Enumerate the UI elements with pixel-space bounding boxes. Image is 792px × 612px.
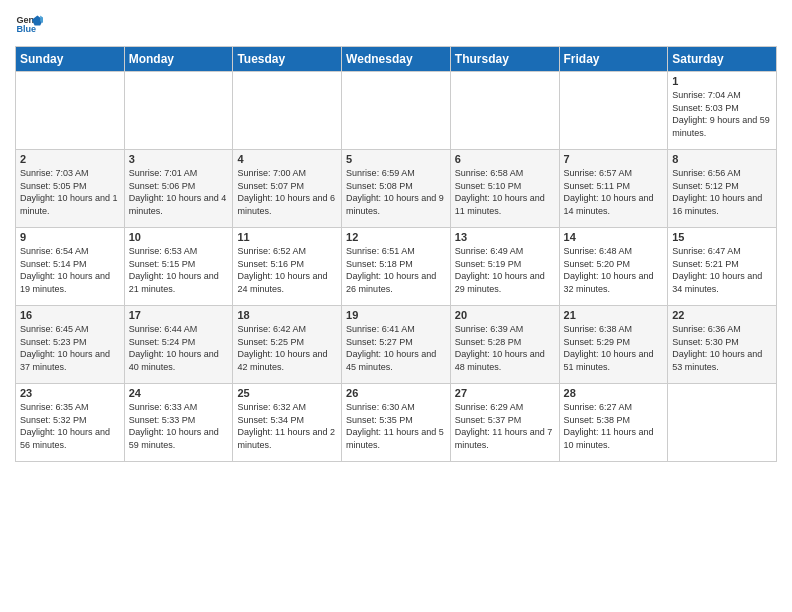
day-info: Sunrise: 6:52 AM Sunset: 5:16 PM Dayligh… bbox=[237, 245, 337, 295]
day-number: 12 bbox=[346, 231, 446, 243]
day-cell: 14Sunrise: 6:48 AM Sunset: 5:20 PM Dayli… bbox=[559, 228, 668, 306]
day-cell: 10Sunrise: 6:53 AM Sunset: 5:15 PM Dayli… bbox=[124, 228, 233, 306]
day-cell: 7Sunrise: 6:57 AM Sunset: 5:11 PM Daylig… bbox=[559, 150, 668, 228]
header-cell-monday: Monday bbox=[124, 47, 233, 72]
day-number: 10 bbox=[129, 231, 229, 243]
day-cell bbox=[233, 72, 342, 150]
day-number: 16 bbox=[20, 309, 120, 321]
day-number: 15 bbox=[672, 231, 772, 243]
calendar-header: SundayMondayTuesdayWednesdayThursdayFrid… bbox=[16, 47, 777, 72]
calendar-table: SundayMondayTuesdayWednesdayThursdayFrid… bbox=[15, 46, 777, 462]
day-info: Sunrise: 6:48 AM Sunset: 5:20 PM Dayligh… bbox=[564, 245, 664, 295]
day-cell: 23Sunrise: 6:35 AM Sunset: 5:32 PM Dayli… bbox=[16, 384, 125, 462]
day-cell: 1Sunrise: 7:04 AM Sunset: 5:03 PM Daylig… bbox=[668, 72, 777, 150]
week-row-1: 1Sunrise: 7:04 AM Sunset: 5:03 PM Daylig… bbox=[16, 72, 777, 150]
day-number: 20 bbox=[455, 309, 555, 321]
day-info: Sunrise: 6:36 AM Sunset: 5:30 PM Dayligh… bbox=[672, 323, 772, 373]
day-cell: 16Sunrise: 6:45 AM Sunset: 5:23 PM Dayli… bbox=[16, 306, 125, 384]
day-number: 11 bbox=[237, 231, 337, 243]
header-cell-sunday: Sunday bbox=[16, 47, 125, 72]
day-number: 21 bbox=[564, 309, 664, 321]
day-number: 25 bbox=[237, 387, 337, 399]
day-number: 28 bbox=[564, 387, 664, 399]
day-number: 2 bbox=[20, 153, 120, 165]
main-container: General Blue SundayMondayTuesdayWednesda… bbox=[0, 0, 792, 472]
day-cell: 26Sunrise: 6:30 AM Sunset: 5:35 PM Dayli… bbox=[342, 384, 451, 462]
header-cell-saturday: Saturday bbox=[668, 47, 777, 72]
day-cell: 27Sunrise: 6:29 AM Sunset: 5:37 PM Dayli… bbox=[450, 384, 559, 462]
day-info: Sunrise: 6:39 AM Sunset: 5:28 PM Dayligh… bbox=[455, 323, 555, 373]
day-cell: 24Sunrise: 6:33 AM Sunset: 5:33 PM Dayli… bbox=[124, 384, 233, 462]
week-row-2: 2Sunrise: 7:03 AM Sunset: 5:05 PM Daylig… bbox=[16, 150, 777, 228]
day-number: 14 bbox=[564, 231, 664, 243]
logo-icon: General Blue bbox=[15, 10, 43, 38]
day-info: Sunrise: 6:42 AM Sunset: 5:25 PM Dayligh… bbox=[237, 323, 337, 373]
week-row-3: 9Sunrise: 6:54 AM Sunset: 5:14 PM Daylig… bbox=[16, 228, 777, 306]
day-number: 6 bbox=[455, 153, 555, 165]
day-info: Sunrise: 6:56 AM Sunset: 5:12 PM Dayligh… bbox=[672, 167, 772, 217]
day-info: Sunrise: 6:44 AM Sunset: 5:24 PM Dayligh… bbox=[129, 323, 229, 373]
header-cell-thursday: Thursday bbox=[450, 47, 559, 72]
day-cell: 19Sunrise: 6:41 AM Sunset: 5:27 PM Dayli… bbox=[342, 306, 451, 384]
day-number: 3 bbox=[129, 153, 229, 165]
day-cell: 13Sunrise: 6:49 AM Sunset: 5:19 PM Dayli… bbox=[450, 228, 559, 306]
day-cell bbox=[124, 72, 233, 150]
day-cell: 8Sunrise: 6:56 AM Sunset: 5:12 PM Daylig… bbox=[668, 150, 777, 228]
day-number: 19 bbox=[346, 309, 446, 321]
week-row-4: 16Sunrise: 6:45 AM Sunset: 5:23 PM Dayli… bbox=[16, 306, 777, 384]
day-cell: 2Sunrise: 7:03 AM Sunset: 5:05 PM Daylig… bbox=[16, 150, 125, 228]
day-number: 23 bbox=[20, 387, 120, 399]
day-info: Sunrise: 6:38 AM Sunset: 5:29 PM Dayligh… bbox=[564, 323, 664, 373]
header-cell-friday: Friday bbox=[559, 47, 668, 72]
week-row-5: 23Sunrise: 6:35 AM Sunset: 5:32 PM Dayli… bbox=[16, 384, 777, 462]
day-info: Sunrise: 6:45 AM Sunset: 5:23 PM Dayligh… bbox=[20, 323, 120, 373]
day-number: 26 bbox=[346, 387, 446, 399]
day-number: 18 bbox=[237, 309, 337, 321]
day-number: 22 bbox=[672, 309, 772, 321]
day-cell bbox=[450, 72, 559, 150]
day-info: Sunrise: 6:47 AM Sunset: 5:21 PM Dayligh… bbox=[672, 245, 772, 295]
day-cell: 18Sunrise: 6:42 AM Sunset: 5:25 PM Dayli… bbox=[233, 306, 342, 384]
day-cell bbox=[16, 72, 125, 150]
logo: General Blue bbox=[15, 10, 47, 38]
svg-text:Blue: Blue bbox=[16, 24, 36, 34]
day-info: Sunrise: 6:51 AM Sunset: 5:18 PM Dayligh… bbox=[346, 245, 446, 295]
day-number: 9 bbox=[20, 231, 120, 243]
day-info: Sunrise: 6:35 AM Sunset: 5:32 PM Dayligh… bbox=[20, 401, 120, 451]
day-cell: 11Sunrise: 6:52 AM Sunset: 5:16 PM Dayli… bbox=[233, 228, 342, 306]
day-number: 8 bbox=[672, 153, 772, 165]
day-info: Sunrise: 6:53 AM Sunset: 5:15 PM Dayligh… bbox=[129, 245, 229, 295]
day-cell: 22Sunrise: 6:36 AM Sunset: 5:30 PM Dayli… bbox=[668, 306, 777, 384]
day-cell: 6Sunrise: 6:58 AM Sunset: 5:10 PM Daylig… bbox=[450, 150, 559, 228]
day-info: Sunrise: 6:29 AM Sunset: 5:37 PM Dayligh… bbox=[455, 401, 555, 451]
calendar-body: 1Sunrise: 7:04 AM Sunset: 5:03 PM Daylig… bbox=[16, 72, 777, 462]
day-number: 13 bbox=[455, 231, 555, 243]
header-row-days: SundayMondayTuesdayWednesdayThursdayFrid… bbox=[16, 47, 777, 72]
day-cell: 15Sunrise: 6:47 AM Sunset: 5:21 PM Dayli… bbox=[668, 228, 777, 306]
day-number: 4 bbox=[237, 153, 337, 165]
day-info: Sunrise: 7:03 AM Sunset: 5:05 PM Dayligh… bbox=[20, 167, 120, 217]
day-info: Sunrise: 7:00 AM Sunset: 5:07 PM Dayligh… bbox=[237, 167, 337, 217]
day-cell: 28Sunrise: 6:27 AM Sunset: 5:38 PM Dayli… bbox=[559, 384, 668, 462]
day-info: Sunrise: 6:33 AM Sunset: 5:33 PM Dayligh… bbox=[129, 401, 229, 451]
header-cell-wednesday: Wednesday bbox=[342, 47, 451, 72]
day-cell: 17Sunrise: 6:44 AM Sunset: 5:24 PM Dayli… bbox=[124, 306, 233, 384]
day-info: Sunrise: 6:57 AM Sunset: 5:11 PM Dayligh… bbox=[564, 167, 664, 217]
day-info: Sunrise: 6:41 AM Sunset: 5:27 PM Dayligh… bbox=[346, 323, 446, 373]
day-number: 5 bbox=[346, 153, 446, 165]
day-info: Sunrise: 6:59 AM Sunset: 5:08 PM Dayligh… bbox=[346, 167, 446, 217]
day-cell: 9Sunrise: 6:54 AM Sunset: 5:14 PM Daylig… bbox=[16, 228, 125, 306]
day-number: 7 bbox=[564, 153, 664, 165]
day-cell: 5Sunrise: 6:59 AM Sunset: 5:08 PM Daylig… bbox=[342, 150, 451, 228]
day-number: 1 bbox=[672, 75, 772, 87]
day-cell: 20Sunrise: 6:39 AM Sunset: 5:28 PM Dayli… bbox=[450, 306, 559, 384]
day-number: 24 bbox=[129, 387, 229, 399]
day-info: Sunrise: 6:58 AM Sunset: 5:10 PM Dayligh… bbox=[455, 167, 555, 217]
day-number: 27 bbox=[455, 387, 555, 399]
day-cell: 21Sunrise: 6:38 AM Sunset: 5:29 PM Dayli… bbox=[559, 306, 668, 384]
day-number: 17 bbox=[129, 309, 229, 321]
day-info: Sunrise: 6:54 AM Sunset: 5:14 PM Dayligh… bbox=[20, 245, 120, 295]
day-info: Sunrise: 7:04 AM Sunset: 5:03 PM Dayligh… bbox=[672, 89, 772, 139]
day-cell bbox=[668, 384, 777, 462]
day-cell bbox=[559, 72, 668, 150]
